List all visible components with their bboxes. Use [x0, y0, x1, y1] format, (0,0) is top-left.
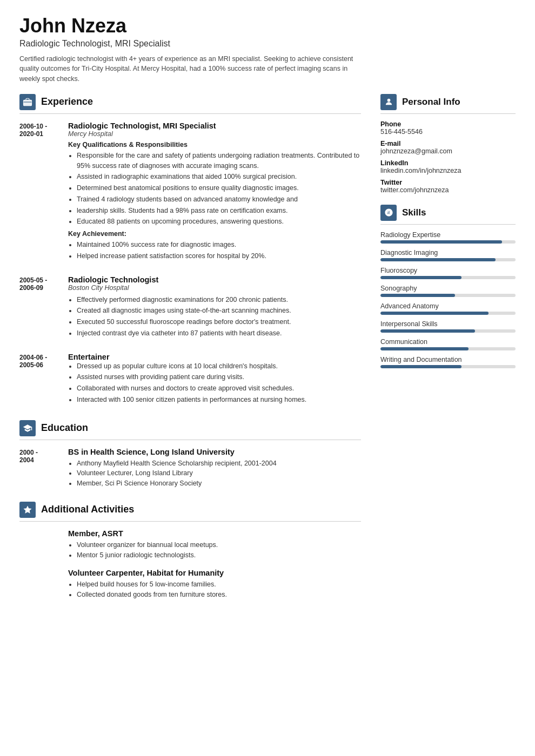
skill-bar-bg-5 — [380, 329, 516, 333]
skill-0: Radiology Expertise — [380, 231, 516, 244]
skill-5: Interpersonal Skills — [380, 320, 516, 333]
candidate-title: Radiologic Technologist, MRI Specialist — [19, 39, 516, 49]
skills-section-title: Skills — [380, 205, 516, 225]
personal-linkedin: LinkedIn linkedin.com/in/johnznzeza — [380, 159, 516, 174]
skill-7: Writing and Documentation — [380, 356, 516, 368]
skill-bar-fill-5 — [380, 329, 475, 333]
edu-dates-1: 2000 - 2004 — [19, 448, 68, 489]
candidate-name: John Nzeza — [19, 15, 516, 37]
skill-2: Fluoroscopy — [380, 267, 516, 279]
education-icon — [19, 420, 36, 436]
experience-section-title: Experience — [19, 94, 361, 114]
activities-section: Additional Activities Member, ASRT Volun… — [19, 502, 361, 600]
exp-dates-2: 2005-05 - 2006-09 — [19, 275, 68, 341]
skills-icon — [380, 205, 397, 221]
act-entry-2: Volunteer Carpenter, Habitat for Humanit… — [19, 569, 361, 600]
skill-bar-fill-0 — [380, 240, 502, 244]
exp-bullets-1a: Responsible for the care and safety of p… — [77, 151, 361, 227]
personal-twitter: Twitter twitter.com/johnznzeza — [380, 179, 516, 194]
education-section: Education 2000 - 2004 BS in Health Scien… — [19, 420, 361, 489]
exp-bullets-2: Effectively performed diagnostic examina… — [77, 295, 361, 339]
skill-bar-bg-7 — [380, 365, 516, 368]
main-column: Experience 2006-10 - 2020-01 Radiologic … — [19, 94, 361, 613]
edu-bullets-1: Anthony Mayfield Health Science Scholars… — [77, 458, 277, 489]
candidate-summary: Certified radiologic technologist with 4… — [19, 54, 365, 84]
skills-label: Skills — [402, 207, 426, 218]
personal-email: E-mail johnznzeza@gmail.com — [380, 140, 516, 155]
act-bullets-1: Volunteer organizer for biannual local m… — [77, 540, 361, 561]
resume-container: John Nzeza Radiologic Technologist, MRI … — [0, 0, 535, 632]
experience-section: Experience 2006-10 - 2020-01 Radiologic … — [19, 94, 361, 407]
skill-1: Diagnostic Imaging — [380, 249, 516, 261]
education-label: Education — [41, 422, 88, 434]
exp-content-2: Radiologic Technologist Boston City Hosp… — [68, 275, 361, 341]
exp-bullets-3: Dressed up as popular culture icons at 1… — [77, 361, 361, 405]
activities-label: Additional Activities — [41, 504, 134, 515]
svg-rect-0 — [24, 100, 32, 106]
skill-bar-fill-4 — [380, 312, 489, 315]
exp-dates-3: 2004-06 - 2005-06 — [19, 353, 68, 407]
act-entry-1: Member, ASRT Volunteer organizer for bia… — [19, 529, 361, 561]
skill-bar-fill-1 — [380, 258, 496, 261]
education-section-title: Education — [19, 420, 361, 440]
skill-bar-bg-6 — [380, 347, 516, 350]
exp-dates-1: 2006-10 - 2020-01 — [19, 122, 68, 264]
personal-icon — [380, 94, 397, 110]
exp-entry-3: 2004-06 - 2005-06 Entertainer Dressed up… — [19, 353, 361, 407]
resume-body: Experience 2006-10 - 2020-01 Radiologic … — [0, 94, 535, 632]
skill-bar-bg-2 — [380, 276, 516, 279]
skill-bar-fill-3 — [380, 294, 455, 297]
personal-info-section: Personal Info Phone 516-445-5546 E-mail … — [380, 94, 516, 194]
exp-content-1: Radiologic Technologist, MRI Specialist … — [68, 122, 361, 264]
exp-entry-2: 2005-05 - 2006-09 Radiologic Technologis… — [19, 275, 361, 341]
act-bullets-2: Helped build houses for 5 low-income fam… — [77, 579, 361, 600]
exp-content-3: Entertainer Dressed up as popular cultur… — [68, 353, 361, 407]
experience-icon — [19, 94, 36, 110]
svg-point-3 — [387, 99, 390, 102]
personal-info-title: Personal Info — [380, 94, 516, 114]
skill-bar-fill-6 — [380, 347, 469, 350]
resume-header: John Nzeza Radiologic Technologist, MRI … — [0, 0, 535, 94]
skill-4: Advanced Anatomy — [380, 302, 516, 315]
skill-6: Communication — [380, 338, 516, 350]
edu-entry-1: 2000 - 2004 BS in Health Science, Long I… — [19, 448, 361, 489]
skill-bar-bg-3 — [380, 294, 516, 297]
skill-bar-fill-7 — [380, 365, 462, 368]
skill-3: Sonography — [380, 285, 516, 297]
personal-phone: Phone 516-445-5546 — [380, 120, 516, 136]
activities-icon — [19, 502, 36, 518]
skill-bar-bg-1 — [380, 258, 516, 261]
skill-bar-bg-0 — [380, 240, 516, 244]
exp-bullets-1b: Maintained 100% success rate for diagnos… — [77, 240, 361, 261]
skill-bar-bg-4 — [380, 312, 516, 315]
activities-section-title: Additional Activities — [19, 502, 361, 522]
skill-bar-fill-2 — [380, 276, 462, 279]
experience-label: Experience — [41, 96, 93, 107]
skills-section: Skills Radiology Expertise Diagnostic Im… — [380, 205, 516, 368]
exp-entry-1: 2006-10 - 2020-01 Radiologic Technologis… — [19, 122, 361, 264]
personal-info-label: Personal Info — [402, 97, 460, 107]
side-column: Personal Info Phone 516-445-5546 E-mail … — [380, 94, 516, 613]
edu-content-1: BS in Health Science, Long Island Univer… — [68, 448, 277, 489]
